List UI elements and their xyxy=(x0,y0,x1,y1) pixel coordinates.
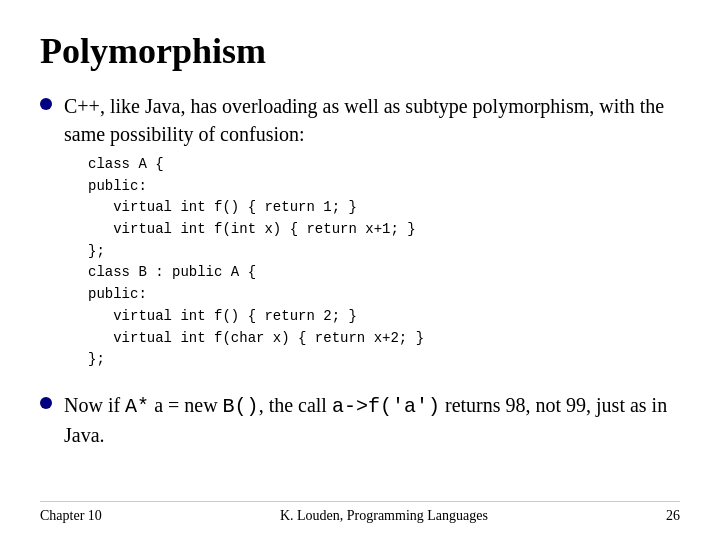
bullet-1-content: C++, like Java, has overloading as well … xyxy=(64,92,680,377)
code-line-5: }; xyxy=(88,241,680,263)
bullet-dot-1 xyxy=(40,98,52,110)
slide-footer: Chapter 10 K. Louden, Programming Langua… xyxy=(40,501,680,524)
footer-center: K. Louden, Programming Languages xyxy=(280,508,488,524)
bullet-2-text-part3: , the call xyxy=(259,394,332,416)
bullet-item-2: Now if A* a = new B(), the call a->f('a'… xyxy=(40,391,680,449)
content-area: C++, like Java, has overloading as well … xyxy=(40,92,680,455)
bullet-dot-2 xyxy=(40,397,52,409)
code-line-7: public: xyxy=(88,284,680,306)
code-line-4: virtual int f(int x) { return x+1; } xyxy=(88,219,680,241)
bullet-2-code3: a->f('a') xyxy=(332,395,440,418)
bullet-2-text-part2: a = new xyxy=(149,394,222,416)
slide: Polymorphism C++, like Java, has overloa… xyxy=(0,0,720,540)
bullet-2-text-part1: Now if xyxy=(64,394,125,416)
code-line-3: virtual int f() { return 1; } xyxy=(88,197,680,219)
footer-left: Chapter 10 xyxy=(40,508,102,524)
slide-title: Polymorphism xyxy=(40,30,680,72)
bullet-2-code2: B() xyxy=(223,395,259,418)
bullet-item-1: C++, like Java, has overloading as well … xyxy=(40,92,680,377)
code-line-1: class A { xyxy=(88,154,680,176)
bullet-2-code1: A* xyxy=(125,395,149,418)
code-block-1: class A { public: virtual int f() { retu… xyxy=(88,154,680,371)
code-line-6: class B : public A { xyxy=(88,262,680,284)
bullet-2-content: Now if A* a = new B(), the call a->f('a'… xyxy=(64,391,680,449)
code-line-10: }; xyxy=(88,349,680,371)
code-line-8: virtual int f() { return 2; } xyxy=(88,306,680,328)
code-line-2: public: xyxy=(88,176,680,198)
bullet-1-text: C++, like Java, has overloading as well … xyxy=(64,92,680,148)
code-line-9: virtual int f(char x) { return x+2; } xyxy=(88,328,680,350)
footer-right: 26 xyxy=(666,508,680,524)
